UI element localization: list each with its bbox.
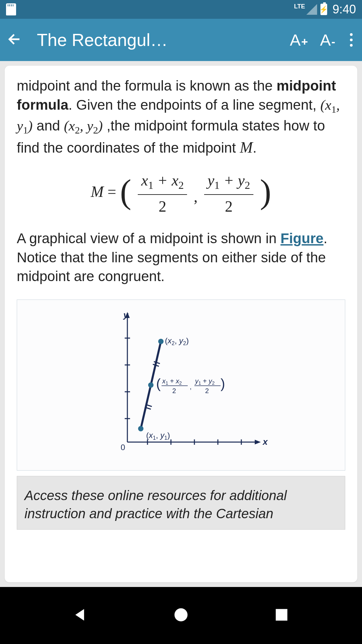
status-left (6, 3, 16, 15)
svg-text:2: 2 (172, 387, 176, 394)
content-card[interactable]: midpoint and the formula is known as the… (5, 66, 357, 582)
paragraph-2: A graphical view of a midpoint is shown … (17, 229, 345, 286)
figure-link[interactable]: Figure (281, 230, 323, 246)
page-title: The Rectangul… (37, 30, 168, 50)
clock: 9:40 (333, 2, 356, 16)
signal-icon (306, 4, 317, 15)
android-nav-bar (0, 587, 362, 644)
font-decrease-button[interactable]: A- (320, 31, 335, 49)
more-menu-icon[interactable] (347, 33, 355, 47)
back-button[interactable] (7, 31, 23, 49)
svg-point-23 (158, 339, 164, 344)
svg-point-21 (138, 426, 143, 431)
font-increase-button[interactable]: A+ (290, 31, 308, 49)
svg-text:y: y (123, 310, 129, 320)
status-right: LTE ⚡ 9:40 (294, 2, 356, 16)
svg-marker-4 (255, 440, 261, 444)
svg-text:2: 2 (205, 387, 209, 394)
paragraph-1: midpoint and the formula is known as the… (17, 76, 345, 158)
midpoint-graph: y x 0 (87, 308, 275, 462)
svg-text:0: 0 (121, 443, 125, 452)
svg-text:y1 + y2: y1 + y2 (194, 377, 215, 386)
resources-callout: Access these online resources for additi… (17, 476, 345, 530)
figure-box: y x 0 (17, 300, 345, 471)
svg-text:x: x (262, 437, 268, 447)
status-bar: LTE ⚡ 9:40 (0, 0, 362, 19)
nav-home-button[interactable] (172, 606, 190, 625)
svg-text:(x1, y1): (x1, y1) (146, 431, 170, 441)
nav-back-button[interactable] (72, 606, 89, 625)
nav-recent-button[interactable] (273, 606, 290, 625)
sd-card-icon (6, 3, 16, 15)
content-area: midpoint and the formula is known as the… (0, 61, 362, 587)
svg-text:(x2, y2): (x2, y2) (165, 336, 189, 346)
svg-rect-36 (276, 609, 288, 621)
svg-text:(: ( (156, 376, 161, 391)
svg-point-35 (175, 608, 188, 622)
network-label: LTE (294, 3, 305, 10)
svg-text:x1 + x2: x1 + x2 (162, 377, 182, 386)
svg-point-22 (148, 382, 154, 388)
svg-text:): ) (221, 376, 225, 391)
app-bar: The Rectangul… A+ A- (0, 19, 362, 61)
midpoint-formula: M = ( x1 + x2 2 , y1 + y2 2 ) (17, 170, 345, 217)
battery-icon: ⚡ (320, 4, 327, 15)
svg-text:,: , (190, 383, 192, 390)
